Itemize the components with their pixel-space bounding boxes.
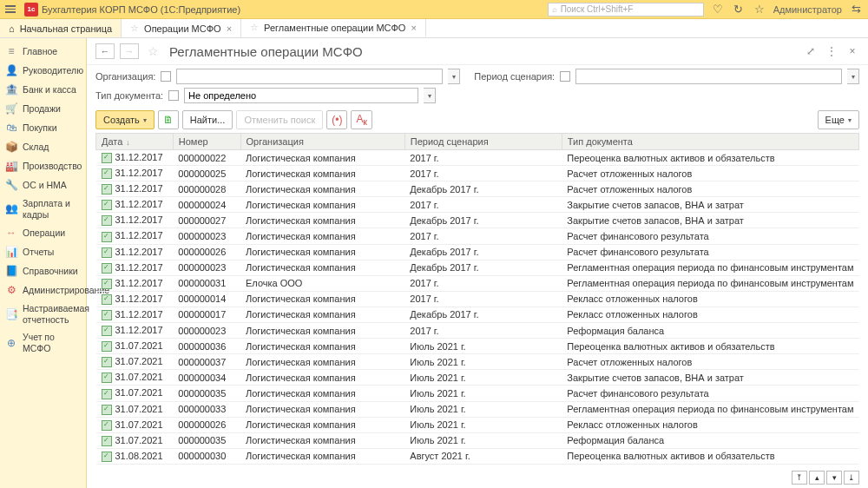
tab-label: Начальная страница bbox=[20, 23, 112, 34]
forward-button[interactable]: → bbox=[120, 43, 139, 59]
doc-status-icon bbox=[102, 405, 112, 415]
col-org[interactable]: Организация bbox=[240, 134, 404, 150]
sidebar-item[interactable]: ↔Операции bbox=[0, 223, 86, 242]
copy-button[interactable]: 🗎 bbox=[158, 110, 179, 129]
nav-label: ОС и НМА bbox=[23, 180, 67, 191]
sidebar-item[interactable]: ≡Главное bbox=[0, 42, 86, 61]
col-doctype[interactable]: Тип документа bbox=[562, 134, 858, 150]
sidebar-item[interactable]: ⚙Администрирование bbox=[0, 280, 86, 300]
doc-status-icon bbox=[102, 452, 112, 462]
org-filter-input[interactable] bbox=[176, 69, 443, 84]
nav-label: Продажи bbox=[23, 103, 61, 115]
doctype-filter-check[interactable] bbox=[168, 90, 179, 101]
table-row[interactable]: 31.07.2021000000035Логистическая компани… bbox=[96, 432, 859, 448]
table-row[interactable]: 31.07.2021000000034Логистическая компани… bbox=[96, 370, 859, 386]
table-row[interactable]: 31.07.2021000000033Логистическая компани… bbox=[96, 401, 859, 417]
dropdown-icon[interactable]: ▾ bbox=[424, 88, 436, 103]
sidebar-item[interactable]: 📊Отчеты bbox=[0, 242, 86, 261]
star-icon[interactable]: ☆ bbox=[148, 44, 159, 58]
nav-label: Настраиваемая отчетность bbox=[23, 303, 89, 325]
scenario-filter-check[interactable] bbox=[560, 71, 570, 82]
table-row[interactable]: 31.12.2017000000025Логистическая компани… bbox=[96, 166, 859, 181]
document-table: Дата↓ Номер Организация Период сценария … bbox=[95, 133, 859, 467]
close-icon[interactable]: × bbox=[227, 23, 232, 34]
table-row[interactable]: 31.12.2017000000022Логистическая компани… bbox=[96, 150, 859, 166]
table-row[interactable]: 31.12.2017000000014Логистическая компани… bbox=[96, 291, 859, 307]
sidebar-item[interactable]: 🛍Покупки bbox=[0, 118, 86, 137]
tab-home[interactable]: ⌂Начальная страница bbox=[0, 19, 122, 37]
dropdown-icon[interactable]: ▾ bbox=[448, 69, 460, 84]
col-date[interactable]: Дата↓ bbox=[96, 134, 174, 150]
doctype-filter-input[interactable] bbox=[184, 88, 418, 103]
expand-icon[interactable]: ⤢ bbox=[804, 44, 818, 58]
sidebar-item[interactable]: 📘Справочники bbox=[0, 261, 86, 280]
goto-first-button[interactable]: ⤒ bbox=[792, 471, 807, 485]
table-row[interactable]: 31.12.2017000000027Логистическая компани… bbox=[96, 213, 859, 228]
refresh-button[interactable]: (•) bbox=[326, 110, 347, 129]
table-row[interactable]: 31.12.2017000000028Логистическая компани… bbox=[96, 181, 859, 197]
table-row[interactable]: 31.07.2021000000036Логистическая компани… bbox=[96, 339, 859, 354]
nav-icon: 👥 bbox=[5, 203, 17, 215]
nav-icon: 🏦 bbox=[5, 83, 17, 96]
sidebar-item[interactable]: 🏦Банк и касса bbox=[0, 80, 86, 99]
table-row[interactable]: 31.12.2017000000024Логистическая компани… bbox=[96, 197, 859, 213]
back-button[interactable]: ← bbox=[95, 43, 115, 59]
goto-down-button[interactable]: ▾ bbox=[826, 471, 842, 485]
tab-label: Регламентные операции МСФО bbox=[264, 23, 405, 33]
col-period[interactable]: Период сценария bbox=[404, 134, 562, 150]
sidebar-item[interactable]: 👥Зарплата и кадры bbox=[0, 195, 86, 223]
home-icon: ⌂ bbox=[9, 23, 15, 34]
table-row[interactable]: 31.12.2017000000026Логистическая компани… bbox=[96, 244, 859, 260]
bell-icon[interactable]: ♡ bbox=[711, 3, 725, 16]
star-icon: ☆ bbox=[250, 22, 259, 33]
close-icon[interactable]: × bbox=[845, 44, 859, 58]
sidebar-item[interactable]: 🏭Производство bbox=[0, 156, 86, 175]
table-row[interactable]: 31.12.2017000000017Логистическая компани… bbox=[96, 307, 859, 322]
scenario-filter-input[interactable] bbox=[575, 69, 842, 84]
col-number[interactable]: Номер bbox=[173, 134, 240, 150]
dropdown-icon[interactable]: ▾ bbox=[847, 69, 859, 84]
table-row[interactable]: 31.07.2021000000035Логистическая компани… bbox=[96, 386, 859, 401]
settings-icon[interactable]: ⇆ bbox=[849, 3, 863, 16]
chevron-down-icon: ▾ bbox=[848, 116, 852, 124]
table-row[interactable]: 31.07.2021000000037Логистическая компани… bbox=[96, 354, 859, 370]
table-row[interactable]: 31.12.2017000000023Логистическая компани… bbox=[96, 228, 859, 244]
chevron-down-icon: ▾ bbox=[143, 116, 147, 124]
history-icon[interactable]: ↻ bbox=[732, 3, 746, 16]
doc-status-icon bbox=[102, 232, 112, 242]
table-row[interactable]: 31.12.2017000000031Елочка ООО2017 г.Регл… bbox=[96, 275, 859, 291]
nav-icon: 🛍 bbox=[5, 122, 17, 134]
sidebar-item[interactable]: ⊕Учет по МСФО bbox=[0, 328, 86, 357]
global-search-input[interactable]: ⌕Поиск Ctrl+Shift+F bbox=[548, 3, 704, 16]
copy-icon: 🗎 bbox=[163, 114, 174, 126]
create-button[interactable]: Создать▾ bbox=[95, 110, 155, 129]
table-row[interactable]: 31.12.2017000000023Логистическая компани… bbox=[96, 260, 859, 275]
report-button[interactable]: Aк bbox=[351, 110, 372, 129]
org-filter-check[interactable] bbox=[161, 71, 171, 82]
sidebar-item[interactable]: 📑Настраиваемая отчетность bbox=[0, 300, 86, 328]
find-button[interactable]: Найти... bbox=[182, 110, 233, 129]
user-label[interactable]: Администратор bbox=[773, 3, 842, 16]
doc-status-icon bbox=[102, 310, 112, 320]
nav-label: Отчеты bbox=[23, 247, 54, 258]
sidebar-item[interactable]: 🔧ОС и НМА bbox=[0, 175, 86, 195]
table-row[interactable]: 31.08.2021000000030Логистическая компани… bbox=[96, 448, 859, 464]
close-icon[interactable]: × bbox=[411, 23, 416, 33]
star-icon[interactable]: ☆ bbox=[753, 3, 766, 16]
sidebar-item[interactable]: 🛒Продажи bbox=[0, 99, 86, 118]
sidebar-item[interactable]: 📦Склад bbox=[0, 137, 86, 156]
scenario-filter-label: Период сценария: bbox=[474, 71, 555, 82]
nav-icon: 👤 bbox=[5, 64, 17, 76]
table-row[interactable]: 31.07.2021000000026Логистическая компани… bbox=[96, 417, 859, 432]
sidebar-item[interactable]: 👤Руководителю bbox=[0, 61, 86, 80]
goto-up-button[interactable]: ▴ bbox=[809, 471, 825, 485]
doc-status-icon bbox=[102, 389, 112, 399]
table-row[interactable]: 31.12.2017000000023Логистическая компани… bbox=[96, 323, 859, 339]
main-menu-icon[interactable] bbox=[5, 2, 21, 17]
cancel-find-button[interactable]: Отменить поиск bbox=[236, 110, 323, 129]
tab-operations[interactable]: ☆Операции МСФО× bbox=[122, 19, 241, 37]
tab-reglament[interactable]: ☆Регламентные операции МСФО× bbox=[241, 19, 426, 37]
more-button[interactable]: Еще▾ bbox=[818, 110, 859, 129]
goto-last-button[interactable]: ⤓ bbox=[844, 471, 859, 485]
kebab-icon[interactable]: ⋮ bbox=[825, 44, 838, 58]
